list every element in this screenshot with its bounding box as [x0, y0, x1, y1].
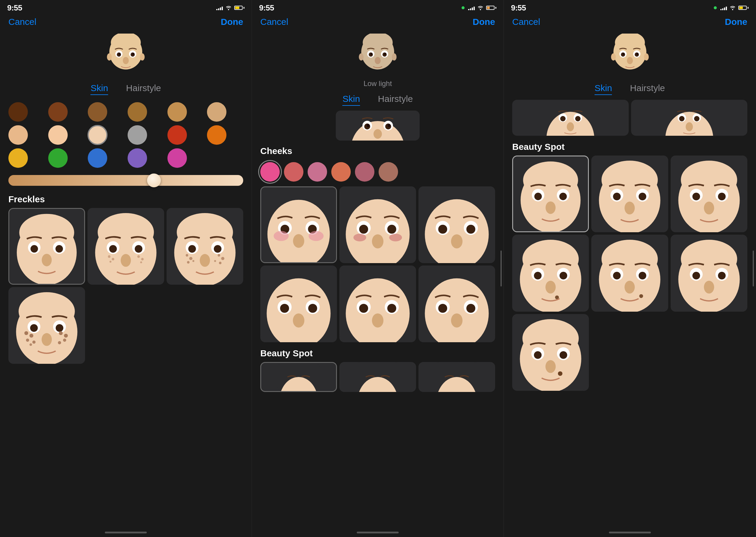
beauty-spot-face-3-6[interactable] — [671, 235, 747, 311]
svg-point-52 — [19, 292, 75, 331]
cheek-face-2[interactable] — [339, 186, 416, 263]
cancel-button-1[interactable]: Cancel — [8, 17, 36, 27]
cheek-face-4[interactable] — [260, 266, 337, 342]
svg-point-194 — [546, 281, 556, 294]
cancel-button-2[interactable]: Cancel — [260, 17, 288, 27]
svg-point-64 — [64, 334, 68, 338]
svg-point-57 — [42, 333, 52, 346]
beauty-spot-header-3: Beauty Spot — [504, 139, 756, 155]
freckle-face-1[interactable] — [8, 208, 85, 285]
svg-point-77 — [359, 53, 363, 61]
status-time-3: 9:55 — [511, 3, 526, 13]
cheek-face-5[interactable] — [339, 266, 416, 342]
cancel-button-3[interactable]: Cancel — [512, 17, 540, 27]
svg-point-25 — [109, 245, 117, 253]
done-button-1[interactable]: Done — [221, 17, 243, 27]
cheeks-color-row-2 — [252, 160, 504, 186]
phone-panel-3: 9:55 Cancel Done — [504, 0, 756, 537]
cheek-color-3[interactable] — [308, 162, 327, 182]
low-light-label-2: Low light — [252, 79, 504, 88]
tab-skin-3[interactable]: Skin — [594, 82, 612, 95]
swatch-1-10[interactable] — [128, 125, 147, 145]
swatch-1-1[interactable] — [8, 102, 28, 122]
cheek-color-1[interactable] — [260, 162, 280, 182]
svg-point-85 — [388, 124, 391, 127]
svg-point-109 — [438, 225, 447, 234]
svg-point-33 — [140, 261, 142, 263]
status-bar-3: 9:55 — [504, 0, 756, 15]
tab-hairstyle-1[interactable]: Hairstyle — [126, 82, 161, 95]
svg-point-27 — [121, 254, 131, 267]
freckle-face-4[interactable] — [8, 287, 85, 364]
svg-point-156 — [567, 122, 574, 131]
svg-point-19 — [42, 254, 52, 267]
swatch-1-12[interactable] — [207, 125, 226, 145]
svg-point-118 — [293, 313, 304, 328]
svg-point-76 — [375, 57, 381, 64]
swatch-1-6[interactable] — [207, 102, 226, 122]
freckle-face-2[interactable] — [88, 208, 164, 285]
cheek-color-2[interactable] — [284, 162, 303, 182]
tab-skin-1[interactable]: Skin — [91, 82, 108, 95]
scrollbar-3[interactable] — [753, 251, 754, 286]
swatch-1-16[interactable] — [128, 148, 147, 168]
battery-icon-2 — [486, 6, 496, 10]
signal-icon-1 — [216, 5, 223, 10]
beauty-spot-face-3-2[interactable] — [591, 155, 668, 232]
svg-point-48 — [219, 262, 222, 264]
beauty-spot-face-3-1[interactable] — [512, 155, 589, 232]
cheek-face-1[interactable] — [260, 186, 337, 263]
cheek-face-6[interactable] — [418, 266, 495, 342]
swatch-1-4[interactable] — [128, 102, 147, 122]
swatch-1-9[interactable] — [88, 125, 107, 145]
done-button-2[interactable]: Done — [472, 17, 495, 27]
cheek-face-3[interactable] — [418, 186, 495, 263]
svg-point-104 — [389, 234, 402, 241]
svg-point-66 — [58, 341, 61, 344]
svg-point-123 — [359, 304, 368, 313]
scrollbar-2[interactable] — [501, 251, 502, 286]
beauty-spot-face-3-4[interactable] — [512, 235, 589, 311]
swatch-1-3[interactable] — [88, 102, 107, 122]
cheek-color-6[interactable] — [379, 162, 398, 182]
beauty-spot-face-3-5[interactable] — [591, 235, 668, 311]
freckle-face-3[interactable] — [167, 208, 243, 285]
swatch-1-11[interactable] — [168, 125, 187, 145]
svg-point-0 — [228, 9, 229, 10]
beauty-spot-face-3-7[interactable] — [512, 314, 589, 391]
svg-point-189 — [522, 240, 579, 278]
svg-point-160 — [679, 116, 684, 121]
avatar-face-1 — [106, 34, 145, 77]
swatch-1-15[interactable] — [88, 148, 107, 168]
swatch-1-8[interactable] — [48, 125, 68, 145]
swatch-1-7[interactable] — [8, 125, 28, 145]
svg-point-62 — [29, 344, 32, 346]
beauty-spot-face-2[interactable] — [339, 362, 416, 392]
svg-point-139 — [732, 9, 733, 10]
swatch-1-5[interactable] — [168, 102, 187, 122]
svg-point-36 — [177, 213, 233, 251]
svg-point-218 — [534, 351, 542, 359]
done-button-3[interactable]: Done — [725, 17, 747, 27]
tab-skin-2[interactable]: Skin — [342, 93, 360, 106]
svg-point-7 — [119, 53, 120, 55]
cheek-color-5[interactable] — [355, 162, 374, 182]
cheek-color-4[interactable] — [331, 162, 351, 182]
swatch-1-17[interactable] — [168, 148, 187, 168]
beauty-spot-face-1[interactable] — [260, 362, 337, 392]
svg-point-220 — [546, 360, 556, 373]
swatch-1-13[interactable] — [8, 148, 28, 168]
svg-point-11 — [140, 53, 145, 61]
svg-point-40 — [214, 245, 222, 253]
beauty-spot-face-3[interactable] — [418, 362, 495, 392]
beauty-spot-face-3-3[interactable] — [671, 155, 747, 232]
tab-hairstyle-2[interactable]: Hairstyle — [378, 93, 413, 106]
swatch-1-2[interactable] — [48, 102, 68, 122]
svg-point-110 — [466, 225, 475, 234]
svg-point-45 — [192, 260, 194, 262]
nav-bar-1: Cancel Done — [0, 15, 251, 30]
svg-point-103 — [354, 234, 366, 241]
tab-hairstyle-3[interactable]: Hairstyle — [630, 82, 665, 95]
svg-point-65 — [63, 339, 66, 342]
swatch-1-14[interactable] — [48, 148, 68, 168]
